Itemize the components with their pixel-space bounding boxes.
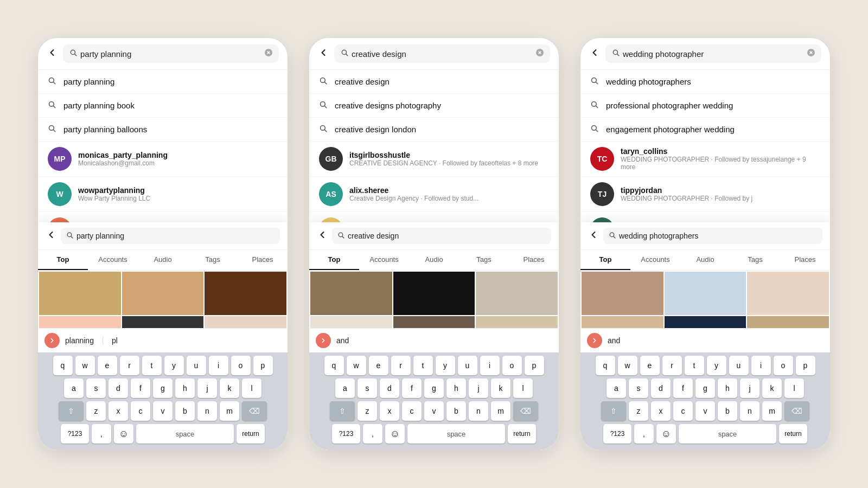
- suggestion-item-0[interactable]: wedding photographers: [580, 70, 830, 94]
- key-c[interactable]: c: [402, 401, 422, 421]
- overlay-input-container[interactable]: creative design: [332, 228, 551, 244]
- grid-cell-1[interactable]: [122, 272, 204, 315]
- grid-cell-5[interactable]: [205, 316, 286, 328]
- key-r[interactable]: r: [662, 356, 682, 375]
- key-k[interactable]: k: [762, 378, 782, 398]
- overlay-input-container[interactable]: party planning: [61, 228, 280, 244]
- autocomplete-arrow-icon[interactable]: [316, 333, 331, 348]
- suggestion-item-0[interactable]: party planning: [38, 70, 288, 94]
- key-u[interactable]: u: [729, 356, 749, 375]
- clear-button[interactable]: [265, 49, 272, 59]
- emoji-key[interactable]: ☺: [385, 424, 405, 444]
- key-g[interactable]: g: [424, 378, 444, 398]
- suggestion-item-2[interactable]: engagement photographer wedding: [580, 118, 830, 142]
- key-e[interactable]: e: [640, 356, 660, 375]
- key-o[interactable]: o: [774, 356, 793, 375]
- autocomplete-word-0[interactable]: and: [336, 336, 358, 345]
- key-w[interactable]: w: [75, 356, 95, 375]
- suggestion-item-0[interactable]: creative design: [309, 70, 559, 94]
- overlay-input-container[interactable]: wedding photographers: [603, 228, 822, 244]
- key-m[interactable]: m: [220, 401, 239, 421]
- comma-key[interactable]: ,: [92, 424, 111, 444]
- key-o[interactable]: o: [502, 356, 522, 375]
- grid-cell-4[interactable]: [122, 316, 204, 328]
- key-t[interactable]: t: [142, 356, 162, 375]
- account-item-1[interactable]: AS alix.sheree Creative Design Agency · …: [309, 177, 559, 212]
- back-arrow-icon[interactable]: [318, 47, 329, 61]
- key-n[interactable]: n: [197, 401, 217, 421]
- key-g[interactable]: g: [695, 378, 715, 398]
- tab-places[interactable]: Places: [509, 250, 559, 270]
- autocomplete-arrow-icon[interactable]: [587, 333, 602, 348]
- grid-cell-1[interactable]: [393, 272, 475, 315]
- suggestion-item-1[interactable]: party planning book: [38, 94, 288, 118]
- key-y[interactable]: y: [436, 356, 455, 375]
- key-m[interactable]: m: [491, 401, 510, 421]
- key-v[interactable]: v: [695, 401, 715, 421]
- return-key[interactable]: return: [779, 424, 807, 444]
- key-l[interactable]: l: [242, 378, 261, 398]
- grid-cell-3[interactable]: [582, 316, 663, 328]
- key-v[interactable]: v: [424, 401, 444, 421]
- key-x[interactable]: x: [380, 401, 399, 421]
- numbers-key[interactable]: ?123: [603, 424, 631, 444]
- tab-tags[interactable]: Tags: [459, 250, 509, 270]
- key-q[interactable]: q: [324, 356, 344, 375]
- overlay-back-arrow-icon[interactable]: [46, 229, 56, 243]
- grid-cell-2[interactable]: [747, 272, 829, 315]
- key-b[interactable]: b: [446, 401, 466, 421]
- tab-top[interactable]: Top: [580, 250, 630, 270]
- key-z[interactable]: z: [358, 401, 377, 421]
- key-b[interactable]: b: [718, 401, 737, 421]
- key-a[interactable]: a: [335, 378, 355, 398]
- key-i[interactable]: i: [480, 356, 500, 375]
- key-q[interactable]: q: [596, 356, 615, 375]
- key-i[interactable]: i: [751, 356, 771, 375]
- comma-key[interactable]: ,: [363, 424, 382, 444]
- clear-button[interactable]: [536, 49, 544, 59]
- suggestion-item-1[interactable]: creative designs photography: [309, 94, 559, 118]
- key-f[interactable]: f: [402, 378, 422, 398]
- account-item-0[interactable]: MP monicas_party_planning Monicalashon@g…: [38, 142, 288, 177]
- overlay-back-arrow-icon[interactable]: [317, 229, 328, 243]
- tab-tags[interactable]: Tags: [730, 250, 780, 270]
- grid-cell-2[interactable]: [205, 272, 286, 315]
- key-p[interactable]: p: [525, 356, 544, 375]
- grid-cell-0[interactable]: [39, 272, 121, 315]
- emoji-key[interactable]: ☺: [114, 424, 133, 444]
- key-b[interactable]: b: [175, 401, 195, 421]
- grid-cell-4[interactable]: [665, 316, 746, 328]
- search-input-container[interactable]: party planning: [63, 44, 279, 63]
- space-key[interactable]: space: [679, 424, 776, 444]
- key-a[interactable]: a: [607, 378, 626, 398]
- key-w[interactable]: w: [618, 356, 637, 375]
- key-n[interactable]: n: [469, 401, 488, 421]
- tab-places[interactable]: Places: [780, 250, 830, 270]
- grid-cell-1[interactable]: [665, 272, 746, 315]
- tab-tags[interactable]: Tags: [188, 250, 238, 270]
- key-d[interactable]: d: [651, 378, 671, 398]
- emoji-key[interactable]: ☺: [656, 424, 676, 444]
- key-f[interactable]: f: [131, 378, 150, 398]
- key-i[interactable]: i: [209, 356, 228, 375]
- key-q[interactable]: q: [53, 356, 73, 375]
- key-m[interactable]: m: [762, 401, 782, 421]
- grid-cell-5[interactable]: [747, 316, 829, 328]
- delete-key[interactable]: ⌫: [784, 401, 809, 421]
- suggestion-item-2[interactable]: party planning balloons: [38, 118, 288, 142]
- tab-audio[interactable]: Audio: [680, 250, 730, 270]
- delete-key[interactable]: ⌫: [242, 401, 267, 421]
- space-key[interactable]: space: [407, 424, 505, 444]
- search-input-container[interactable]: creative design: [334, 44, 550, 63]
- grid-cell-0[interactable]: [582, 272, 663, 315]
- account-item-0[interactable]: GB itsgirlbosshustle CREATIVE DESIGN AGE…: [309, 142, 559, 177]
- key-n[interactable]: n: [740, 401, 760, 421]
- key-t[interactable]: t: [685, 356, 704, 375]
- suggestion-item-1[interactable]: professional photographer wedding: [580, 94, 830, 118]
- grid-cell-5[interactable]: [476, 316, 558, 328]
- key-s[interactable]: s: [358, 378, 377, 398]
- key-t[interactable]: t: [413, 356, 433, 375]
- key-j[interactable]: j: [740, 378, 760, 398]
- key-d[interactable]: d: [380, 378, 399, 398]
- tab-top[interactable]: Top: [309, 250, 359, 270]
